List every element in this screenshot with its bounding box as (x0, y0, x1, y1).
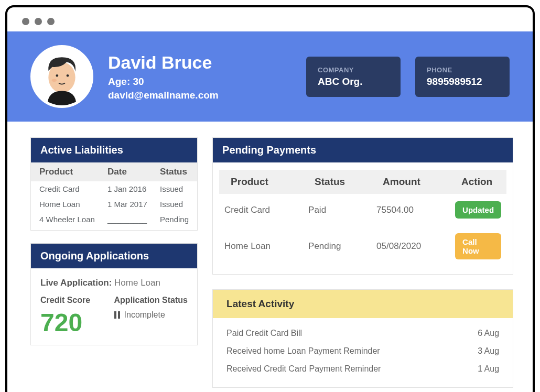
svg-point-2 (56, 74, 59, 77)
window-dot (47, 18, 55, 25)
col-amount: Amount (383, 176, 461, 188)
ongoing-title: Ongoing Applications (31, 244, 197, 268)
cell-status: Pending (308, 241, 376, 252)
app-window: David Bruce Age: 30 david@emailname.com … (5, 5, 535, 392)
company-value: ABC Org. (318, 76, 389, 88)
cell-amount: 75504.00 (376, 205, 455, 215)
col-product: Product (39, 167, 107, 177)
active-liabilities-title: Active Liabilities (31, 138, 197, 162)
active-liabilities-card: Active Liabilities Product Date Status C… (30, 137, 198, 231)
pending-title: Pending Payments (213, 138, 513, 162)
app-status-label: Application Status (114, 296, 188, 305)
cell-date: 1 Jan 2016 (107, 184, 160, 193)
company-card: COMPANY ABC Org. (306, 57, 401, 97)
table-row: Home Loan Pending 05/08/2020 Call Now (213, 226, 513, 271)
credit-score-col: Credit Score 720 (40, 296, 114, 335)
activity-row: Paid Credit Card Bill 6 Aug (213, 324, 513, 342)
cell-amount: 05/08/2020 (376, 241, 455, 252)
content: Active Liabilities Product Date Status C… (7, 122, 533, 392)
live-application: Live Application: Home Loan (40, 278, 188, 288)
profile-email: david@emailname.com (108, 90, 291, 101)
cell-product: Credit Card (224, 205, 308, 215)
call-now-button[interactable]: Call Now (455, 233, 501, 259)
col-status: Status (315, 176, 383, 188)
company-label: COMPANY (318, 66, 389, 74)
profile-name: David Bruce (108, 52, 291, 73)
app-status-col: Application Status Incomplete (114, 296, 188, 335)
pending-payments-card: Pending Payments Product Status Amount A… (212, 137, 513, 275)
updated-button[interactable]: Updated (455, 201, 501, 219)
svg-point-3 (67, 74, 69, 77)
cell-product: 4 Wheeler Loan (39, 215, 107, 224)
latest-activity-card: Latest Activity Paid Credit Card Bill 6 … (212, 289, 513, 388)
phone-value: 9895989512 (427, 76, 498, 88)
activity-date: 3 Aug (478, 346, 499, 356)
cell-date: _________ (107, 215, 160, 224)
activity-row: Received home Loan Payment Reminder 3 Au… (213, 342, 513, 360)
liabilities-table-header: Product Date Status (31, 162, 197, 181)
activity-title: Latest Activity (213, 290, 513, 318)
phone-card: PHONE 9895989512 (415, 57, 510, 97)
activity-body: Paid Credit Card Bill 6 Aug Received hom… (213, 318, 513, 387)
app-status-text: Incomplete (124, 310, 165, 320)
activity-date: 1 Aug (478, 364, 499, 374)
cell-product: Credit Card (39, 184, 107, 193)
profile-info: David Bruce Age: 30 david@emailname.com (108, 52, 291, 101)
cell-date: 1 Mar 2017 (107, 200, 160, 209)
app-status-value: Incomplete (114, 310, 188, 320)
scores-row: Credit Score 720 Application Status Inco… (40, 296, 188, 335)
window-titlebar (7, 7, 533, 31)
cell-status: Issued (160, 184, 189, 193)
credit-score-value: 720 (40, 310, 114, 335)
right-column: Pending Payments Product Status Amount A… (212, 137, 513, 388)
table-row: 4 Wheeler Loan _________ Pending (31, 212, 197, 230)
table-row: Credit Card 1 Jan 2016 Issued (31, 181, 197, 197)
col-date: Date (107, 167, 160, 177)
cell-status: Pending (160, 215, 189, 224)
live-app-label: Live Application: (40, 278, 112, 288)
col-product: Product (231, 176, 315, 188)
cell-status: Issued (160, 200, 189, 209)
profile-header: David Bruce Age: 30 david@emailname.com … (7, 31, 533, 122)
activity-row: Received Credit Card Payment Reminder 1 … (213, 360, 513, 378)
ongoing-body: Live Application: Home Loan Credit Score… (31, 268, 197, 345)
pending-table-header: Product Status Amount Action (219, 170, 506, 194)
table-row: Credit Card Paid 75504.00 Updated (213, 194, 513, 226)
avatar (30, 45, 93, 108)
pause-icon (114, 311, 120, 319)
activity-text: Received Credit Card Payment Reminder (226, 364, 381, 374)
profile-age: Age: 30 (108, 76, 291, 88)
left-column: Active Liabilities Product Date Status C… (30, 137, 198, 388)
activity-text: Paid Credit Card Bill (226, 329, 302, 338)
window-dot (22, 18, 29, 25)
col-status: Status (160, 167, 189, 177)
phone-label: PHONE (427, 66, 498, 74)
window-dot (35, 18, 42, 25)
live-app-value: Home Loan (114, 278, 160, 288)
activity-date: 6 Aug (478, 329, 499, 338)
cell-product: Home Loan (224, 241, 308, 252)
table-row: Home Loan 1 Mar 2017 Issued (31, 197, 197, 212)
col-action: Action (461, 176, 495, 188)
activity-text: Received home Loan Payment Reminder (226, 346, 380, 356)
credit-score-label: Credit Score (40, 296, 114, 305)
cell-product: Home Loan (39, 200, 107, 209)
cell-status: Paid (308, 205, 376, 215)
ongoing-applications-card: Ongoing Applications Live Application: H… (30, 243, 198, 345)
svg-point-4 (52, 79, 57, 82)
